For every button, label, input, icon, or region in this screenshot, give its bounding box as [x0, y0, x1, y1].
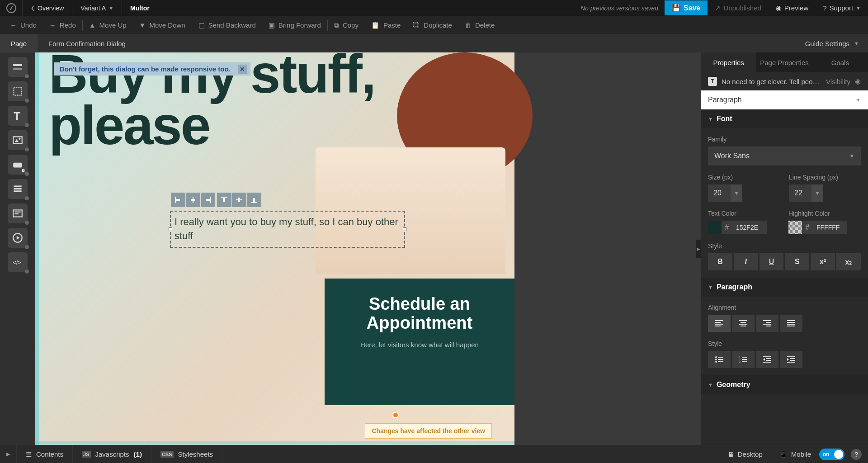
selected-paragraph[interactable]: I really want you to buy my stuff, so I … [170, 211, 405, 248]
align-left-button[interactable] [171, 193, 185, 207]
tab-form-confirmation[interactable]: Form Confirmation Dialog [38, 34, 137, 52]
subscript-button[interactable]: x₂ [836, 253, 861, 270]
support-dropdown[interactable]: ? Support [816, 4, 868, 12]
send-backward-button[interactable]: ▢Send Backward [192, 16, 262, 34]
indent-button[interactable] [780, 351, 802, 368]
undo-icon: ← [10, 21, 17, 29]
font-family-dropdown[interactable]: Work Sans [708, 146, 861, 165]
contents-button[interactable]: ☰ Contents [17, 445, 73, 463]
underline-button[interactable]: U [760, 253, 784, 270]
tab-properties[interactable]: Properties [701, 52, 756, 72]
undo-button[interactable]: ←Undo [4, 16, 43, 34]
highlight-color-swatch[interactable] [788, 221, 802, 234]
contents-icon: ☰ [26, 450, 32, 458]
video-tool[interactable] [8, 228, 28, 248]
javascripts-button[interactable]: JS Javascripts (1) [73, 445, 151, 463]
bold-button[interactable]: B [708, 253, 732, 270]
text-align-right-button[interactable] [756, 315, 778, 332]
element-type-dropdown[interactable]: Paragraph [701, 90, 868, 109]
text-align-center-button[interactable] [732, 315, 755, 332]
text-tool[interactable]: T [8, 106, 28, 126]
image-tool[interactable] [8, 130, 28, 150]
redo-button[interactable]: →Redo [43, 16, 82, 34]
visibility-label[interactable]: Visibility [826, 78, 850, 85]
save-button[interactable]: 💾 Save [665, 0, 708, 15]
bullet-list-button[interactable] [708, 351, 731, 368]
size-stepper[interactable] [731, 184, 742, 202]
text-color-swatch[interactable] [708, 221, 722, 234]
box-tool[interactable] [8, 81, 28, 101]
text-align-left-button[interactable] [708, 315, 731, 332]
svg-rect-43 [787, 324, 795, 325]
svg-point-6 [19, 138, 20, 140]
appointment-panel[interactable]: Schedule an Appointment Here, let visito… [325, 279, 514, 405]
superscript-button[interactable]: x² [811, 253, 835, 270]
resize-handle-right[interactable] [403, 227, 406, 231]
bring-forward-button[interactable]: ▣Bring Forward [262, 16, 327, 34]
guide-settings-dropdown[interactable]: Guide Settings [796, 40, 868, 47]
align-center-v-button[interactable] [232, 193, 246, 207]
overview-nav[interactable]: Overview [23, 0, 72, 16]
desktop-view-button[interactable]: 🖥 Desktop [719, 450, 771, 458]
app-logo[interactable] [0, 0, 23, 16]
line-stepper[interactable] [811, 184, 823, 202]
svg-text:</>: </> [13, 259, 21, 266]
move-down-button[interactable]: ▼Move Down [133, 16, 192, 34]
button-tool[interactable]: B [8, 155, 28, 175]
mobile-view-button[interactable]: 📱 Mobile [771, 450, 819, 458]
svg-text:3: 3 [739, 360, 741, 363]
expand-button[interactable] [0, 445, 17, 463]
section-tool[interactable] [8, 57, 28, 77]
move-up-button[interactable]: ▲Move Up [83, 16, 133, 34]
save-icon: 💾 [672, 4, 681, 12]
variant-dropdown[interactable]: Variant A [72, 0, 122, 16]
eye-icon[interactable]: ◉ [855, 77, 861, 85]
line-spacing-input[interactable] [789, 184, 811, 202]
svg-rect-57 [763, 356, 771, 357]
unpublished-button[interactable]: ↗ Unpublished [708, 4, 768, 12]
tab-page-properties[interactable]: Page Properties [756, 52, 812, 72]
form-tool[interactable] [8, 179, 28, 199]
outdent-button[interactable] [756, 351, 778, 368]
line-spacing-label: Line Spacing (px) [789, 174, 861, 181]
geometry-section-header[interactable]: Geometry [701, 375, 868, 394]
numbered-list-button[interactable]: 123 [732, 351, 755, 368]
html-tool[interactable]: </> [8, 252, 28, 272]
align-right-button[interactable] [201, 193, 215, 207]
highlight-color-input[interactable] [813, 221, 847, 234]
text-color-label: Text Color [708, 210, 780, 217]
text-align-justify-button[interactable] [780, 315, 802, 332]
delete-button[interactable]: 🗑Delete [458, 16, 501, 34]
svg-rect-32 [715, 326, 721, 326]
paragraph-section-header[interactable]: Paragraph [701, 278, 868, 297]
resize-handle-left[interactable] [169, 227, 172, 231]
tab-goals[interactable]: Goals [812, 52, 868, 72]
font-size-input[interactable] [708, 184, 731, 202]
embed-tool[interactable] [8, 203, 28, 223]
canvas[interactable]: ▶ Buy my stuff, please Don't forget, thi… [35, 52, 701, 445]
paste-button[interactable]: 📋Paste [365, 16, 407, 34]
align-center-h-button[interactable] [186, 193, 200, 207]
tab-page[interactable]: Page [0, 34, 38, 52]
mobile-toggle[interactable]: on [819, 449, 844, 460]
js-count: (1) [134, 450, 142, 458]
help-button[interactable]: ? [851, 449, 862, 460]
copy-button[interactable]: ⧉Copy [328, 16, 365, 34]
preview-button[interactable]: ◉ Preview [769, 4, 816, 12]
svg-rect-52 [742, 357, 747, 358]
strikethrough-button[interactable]: S [785, 253, 809, 270]
font-section-header[interactable]: Font [701, 109, 868, 128]
tooltip-close-button[interactable]: ✕ [238, 65, 247, 74]
align-top-button[interactable] [217, 193, 231, 207]
svg-rect-26 [238, 198, 240, 202]
align-bottom-button[interactable] [247, 193, 261, 207]
duplicate-button[interactable]: ⿻Duplicate [407, 16, 458, 34]
panel-subtitle: Here, let visitors know what will happen [337, 341, 502, 349]
text-color-input[interactable] [732, 221, 767, 234]
italic-button[interactable]: I [734, 253, 758, 270]
stylesheets-button[interactable]: CSS Stylesheets [151, 445, 222, 463]
svg-rect-38 [766, 322, 771, 323]
svg-rect-12 [15, 212, 21, 213]
js-icon: JS [82, 451, 90, 458]
expand-right-handle[interactable]: ▶ [696, 240, 701, 258]
